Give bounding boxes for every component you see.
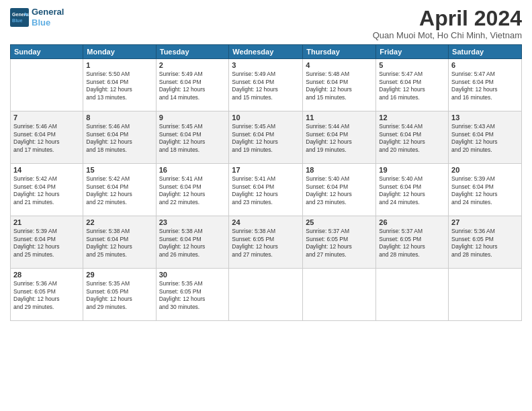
location: Quan Muoi Mot, Ho Chi Minh, Vietnam [373, 30, 522, 40]
header-thursday: Thursday [303, 45, 376, 59]
day-info: Sunrise: 5:50 AMSunset: 6:04 PMDaylight:… [86, 71, 152, 101]
calendar-cell: 18Sunrise: 5:40 AMSunset: 6:04 PMDayligh… [303, 164, 376, 216]
day-number: 15 [86, 166, 152, 174]
day-number: 23 [159, 218, 226, 226]
day-info: Sunrise: 5:35 AMSunset: 6:05 PMDaylight:… [86, 280, 152, 311]
calendar-cell: 30Sunrise: 5:35 AMSunset: 6:05 PMDayligh… [156, 269, 229, 321]
day-number: 14 [13, 166, 80, 174]
calendar-cell [303, 269, 376, 321]
logo-text: General Blue [32, 7, 64, 28]
header-saturday: Saturday [449, 45, 522, 59]
day-number: 16 [159, 166, 226, 174]
calendar-week-3: 21Sunrise: 5:39 AMSunset: 6:04 PMDayligh… [11, 216, 522, 269]
day-number: 29 [86, 271, 152, 279]
day-number: 1 [86, 61, 152, 69]
calendar-cell: 22Sunrise: 5:38 AMSunset: 6:04 PMDayligh… [83, 216, 156, 269]
calendar-table: SundayMondayTuesdayWednesdayThursdayFrid… [10, 44, 522, 321]
day-number: 28 [13, 271, 80, 279]
calendar-cell: 19Sunrise: 5:40 AMSunset: 6:04 PMDayligh… [376, 164, 449, 216]
calendar-cell: 27Sunrise: 5:36 AMSunset: 6:05 PMDayligh… [449, 216, 522, 269]
calendar-cell: 25Sunrise: 5:37 AMSunset: 6:05 PMDayligh… [303, 216, 376, 269]
calendar-cell: 11Sunrise: 5:44 AMSunset: 6:04 PMDayligh… [303, 111, 376, 164]
svg-rect-0 [10, 8, 29, 27]
day-info: Sunrise: 5:40 AMSunset: 6:04 PMDaylight:… [379, 175, 445, 206]
day-info: Sunrise: 5:41 AMSunset: 6:04 PMDaylight:… [159, 175, 226, 206]
day-number: 2 [159, 61, 226, 69]
day-number: 20 [451, 166, 519, 174]
calendar-cell [11, 59, 83, 111]
day-info: Sunrise: 5:44 AMSunset: 6:04 PMDaylight:… [379, 123, 445, 154]
page: General Blue General Blue April 2024 Qua… [0, 0, 532, 411]
day-number: 13 [451, 113, 519, 122]
month-title: April 2024 [373, 7, 522, 30]
calendar-cell: 20Sunrise: 5:39 AMSunset: 6:04 PMDayligh… [449, 164, 522, 216]
calendar-cell: 2Sunrise: 5:49 AMSunset: 6:04 PMDaylight… [156, 59, 229, 111]
day-number: 12 [379, 113, 445, 122]
day-number: 9 [159, 113, 226, 122]
day-info: Sunrise: 5:46 AMSunset: 6:04 PMDaylight:… [13, 123, 80, 154]
day-info: Sunrise: 5:39 AMSunset: 6:04 PMDaylight:… [451, 175, 519, 206]
header-sunday: Sunday [11, 45, 83, 59]
day-info: Sunrise: 5:45 AMSunset: 6:04 PMDaylight:… [159, 123, 226, 154]
day-number: 6 [451, 61, 519, 69]
day-info: Sunrise: 5:36 AMSunset: 6:05 PMDaylight:… [13, 280, 80, 311]
day-number: 24 [232, 218, 300, 226]
calendar-cell: 5Sunrise: 5:47 AMSunset: 6:04 PMDaylight… [376, 59, 449, 111]
calendar-week-0: 1Sunrise: 5:50 AMSunset: 6:04 PMDaylight… [11, 59, 522, 111]
day-info: Sunrise: 5:37 AMSunset: 6:05 PMDaylight:… [306, 228, 373, 259]
calendar-cell: 9Sunrise: 5:45 AMSunset: 6:04 PMDaylight… [156, 111, 229, 164]
svg-text:Blue: Blue [12, 18, 22, 23]
day-number: 17 [232, 166, 300, 174]
day-info: Sunrise: 5:42 AMSunset: 6:04 PMDaylight:… [86, 175, 152, 206]
day-number: 19 [379, 166, 445, 174]
day-info: Sunrise: 5:49 AMSunset: 6:04 PMDaylight:… [232, 71, 300, 101]
day-info: Sunrise: 5:47 AMSunset: 6:04 PMDaylight:… [379, 71, 445, 101]
day-number: 18 [306, 166, 373, 174]
day-number: 11 [306, 113, 373, 122]
day-number: 4 [306, 61, 373, 69]
day-info: Sunrise: 5:48 AMSunset: 6:04 PMDaylight:… [306, 71, 373, 101]
day-info: Sunrise: 5:43 AMSunset: 6:04 PMDaylight:… [451, 123, 519, 154]
header-wednesday: Wednesday [229, 45, 303, 59]
calendar-cell [449, 269, 522, 321]
day-info: Sunrise: 5:45 AMSunset: 6:04 PMDaylight:… [232, 123, 300, 154]
day-info: Sunrise: 5:38 AMSunset: 6:04 PMDaylight:… [159, 228, 226, 259]
calendar-cell: 28Sunrise: 5:36 AMSunset: 6:05 PMDayligh… [11, 269, 83, 321]
calendar-cell: 16Sunrise: 5:41 AMSunset: 6:04 PMDayligh… [156, 164, 229, 216]
calendar-week-1: 7Sunrise: 5:46 AMSunset: 6:04 PMDaylight… [11, 111, 522, 164]
calendar-header-row: SundayMondayTuesdayWednesdayThursdayFrid… [11, 45, 522, 59]
day-number: 21 [13, 218, 80, 226]
day-info: Sunrise: 5:41 AMSunset: 6:04 PMDaylight:… [232, 175, 300, 206]
day-number: 10 [232, 113, 300, 122]
calendar-cell: 14Sunrise: 5:42 AMSunset: 6:04 PMDayligh… [11, 164, 83, 216]
header: General Blue General Blue April 2024 Qua… [10, 7, 522, 40]
day-number: 26 [379, 218, 445, 226]
day-info: Sunrise: 5:37 AMSunset: 6:05 PMDaylight:… [379, 228, 445, 259]
calendar-cell: 29Sunrise: 5:35 AMSunset: 6:05 PMDayligh… [83, 269, 156, 321]
calendar-cell: 4Sunrise: 5:48 AMSunset: 6:04 PMDaylight… [303, 59, 376, 111]
calendar-cell: 15Sunrise: 5:42 AMSunset: 6:04 PMDayligh… [83, 164, 156, 216]
day-info: Sunrise: 5:35 AMSunset: 6:05 PMDaylight:… [159, 280, 226, 311]
calendar-cell: 8Sunrise: 5:46 AMSunset: 6:04 PMDaylight… [83, 111, 156, 164]
calendar-cell: 1Sunrise: 5:50 AMSunset: 6:04 PMDaylight… [83, 59, 156, 111]
logo-icon: General Blue [10, 8, 29, 27]
calendar-cell: 26Sunrise: 5:37 AMSunset: 6:05 PMDayligh… [376, 216, 449, 269]
calendar-cell: 21Sunrise: 5:39 AMSunset: 6:04 PMDayligh… [11, 216, 83, 269]
calendar-cell: 17Sunrise: 5:41 AMSunset: 6:04 PMDayligh… [229, 164, 303, 216]
calendar-cell: 6Sunrise: 5:47 AMSunset: 6:04 PMDaylight… [449, 59, 522, 111]
calendar-cell: 3Sunrise: 5:49 AMSunset: 6:04 PMDaylight… [229, 59, 303, 111]
calendar-cell: 13Sunrise: 5:43 AMSunset: 6:04 PMDayligh… [449, 111, 522, 164]
header-tuesday: Tuesday [156, 45, 229, 59]
calendar-week-4: 28Sunrise: 5:36 AMSunset: 6:05 PMDayligh… [11, 269, 522, 321]
day-info: Sunrise: 5:38 AMSunset: 6:05 PMDaylight:… [232, 228, 300, 259]
title-block: April 2024 Quan Muoi Mot, Ho Chi Minh, V… [373, 7, 522, 40]
day-info: Sunrise: 5:38 AMSunset: 6:04 PMDaylight:… [86, 228, 152, 259]
day-info: Sunrise: 5:44 AMSunset: 6:04 PMDaylight:… [306, 123, 373, 154]
day-info: Sunrise: 5:40 AMSunset: 6:04 PMDaylight:… [306, 175, 373, 206]
day-number: 3 [232, 61, 300, 69]
day-number: 5 [379, 61, 445, 69]
day-number: 30 [159, 271, 226, 279]
header-monday: Monday [83, 45, 156, 59]
day-number: 7 [13, 113, 80, 122]
calendar-cell [376, 269, 449, 321]
